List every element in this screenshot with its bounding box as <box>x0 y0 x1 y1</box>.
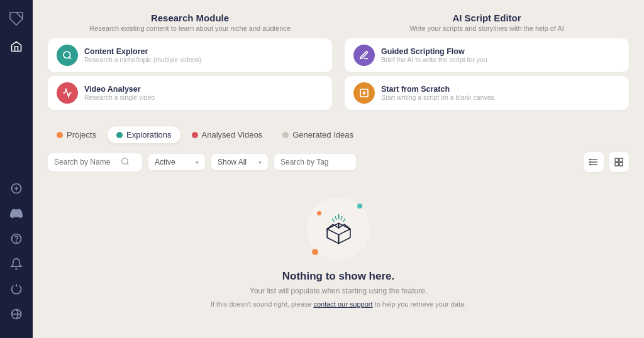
add-circle-icon[interactable] <box>5 177 28 200</box>
research-module-title: Research Module <box>48 13 332 23</box>
show-all-select[interactable]: Show All ▾ <box>211 154 268 170</box>
projects-dot <box>57 132 63 138</box>
empty-icon-container <box>307 197 370 260</box>
svg-rect-18 <box>619 158 623 161</box>
tab-explorations-label: Explorations <box>126 130 172 139</box>
tag-search-input[interactable] <box>280 158 343 166</box>
svg-point-9 <box>122 158 128 163</box>
discord-icon[interactable] <box>5 202 28 225</box>
modules-row: Research Module Research existing conten… <box>48 13 629 114</box>
home-icon[interactable] <box>5 35 28 58</box>
dot-teal <box>357 204 362 209</box>
search-name-box[interactable] <box>48 153 142 172</box>
start-scratch-title: Start from Scratch <box>381 85 494 94</box>
help-icon[interactable] <box>5 227 28 250</box>
power-icon[interactable] <box>5 278 28 300</box>
svg-line-23 <box>341 216 342 220</box>
svg-point-4 <box>16 241 17 242</box>
globe-icon[interactable] <box>5 303 28 325</box>
sidebar-nav-bottom <box>5 177 28 330</box>
tab-analysed-videos[interactable]: Analysed Videos <box>183 126 272 143</box>
bell-icon[interactable] <box>5 253 28 275</box>
guided-scripting-card[interactable]: Guided Scripting Flow Brief the AI to wr… <box>345 38 629 72</box>
search-name-icon <box>121 157 130 168</box>
video-analyser-icon <box>57 82 78 104</box>
active-label: Active <box>155 158 175 166</box>
dot-orange <box>312 249 318 255</box>
svg-rect-19 <box>615 163 618 166</box>
tab-generated-ideas-label: Generated Ideas <box>292 130 353 139</box>
content-explorer-card[interactable]: Content Explorer Research a niche/topic … <box>48 38 332 72</box>
empty-state: Nothing to show here. Your list will pop… <box>48 191 629 320</box>
explorations-dot <box>116 132 123 138</box>
ai-script-title: AI Script Editor <box>345 13 629 23</box>
tab-projects[interactable]: Projects <box>48 126 105 143</box>
research-module: Research Module Research existing conten… <box>48 13 332 114</box>
svg-point-15 <box>589 161 590 162</box>
ai-script-editor: AI Script Editor Write your scripts and … <box>345 13 629 114</box>
tab-explorations[interactable]: Explorations <box>108 126 180 143</box>
filter-row: Active ▾ Show All ▾ <box>48 152 629 172</box>
svg-point-6 <box>64 52 70 58</box>
active-select[interactable]: Active ▾ <box>148 154 205 170</box>
svg-line-22 <box>335 216 336 220</box>
svg-point-16 <box>589 164 590 165</box>
view-controls <box>584 152 629 172</box>
tab-analysed-videos-label: Analysed Videos <box>202 130 263 139</box>
guided-scripting-desc: Brief the AI to write the script for you <box>381 56 487 63</box>
support-text-before: If this doesn't sound right, please <box>211 300 314 308</box>
svg-line-24 <box>332 219 334 222</box>
ai-script-subtitle: Write your scripts and storylines with t… <box>345 25 629 32</box>
analysed-videos-dot <box>192 132 198 138</box>
svg-point-14 <box>589 159 590 160</box>
guided-scripting-icon <box>353 45 375 66</box>
svg-line-10 <box>127 163 129 165</box>
show-all-label: Show All <box>218 158 247 166</box>
start-scratch-desc: Start writing a script on a blank canvas <box>381 94 494 101</box>
start-scratch-icon <box>353 82 375 104</box>
content-explorer-desc: Research a niche/topic (multiple videos) <box>84 56 201 63</box>
sidebar-nav-top <box>5 35 28 58</box>
sidebar <box>0 0 33 338</box>
open-box-svg <box>321 212 356 246</box>
svg-rect-17 <box>615 158 618 161</box>
main-content: Research Module Research existing conten… <box>33 0 644 338</box>
video-analyser-title: Video Analyser <box>84 85 155 94</box>
grid-view-button[interactable] <box>609 152 629 172</box>
empty-title: Nothing to show here. <box>282 270 395 283</box>
guided-scripting-title: Guided Scripting Flow <box>381 47 487 56</box>
content-explorer-icon <box>57 45 78 66</box>
svg-rect-20 <box>619 163 623 166</box>
svg-line-7 <box>69 57 71 59</box>
research-module-subtitle: Research existing content to learn about… <box>48 25 332 32</box>
active-chevron: ▾ <box>196 159 199 166</box>
tab-projects-label: Projects <box>67 130 96 139</box>
start-scratch-card[interactable]: Start from Scratch Start writing a scrip… <box>345 76 629 110</box>
svg-line-25 <box>343 219 345 222</box>
contact-support-link[interactable]: contact our support <box>313 300 372 308</box>
video-analyser-card[interactable]: Video Analyser Research a single video <box>48 76 332 110</box>
support-text-after: to help you retrieve your data. <box>373 300 467 308</box>
video-analyser-desc: Research a single video <box>84 94 155 101</box>
dot-small-orange <box>317 211 321 215</box>
generated-ideas-dot <box>282 132 289 138</box>
logo[interactable] <box>5 8 28 30</box>
tabs-row: Projects Explorations Analysed Videos Ge… <box>48 126 629 143</box>
empty-subtitle: Your list will populate when starting us… <box>250 286 427 295</box>
list-view-button[interactable] <box>584 152 604 172</box>
empty-support: If this doesn't sound right, please cont… <box>211 300 466 308</box>
tab-generated-ideas[interactable]: Generated Ideas <box>274 126 362 143</box>
search-name-input[interactable] <box>54 158 117 166</box>
show-all-chevron: ▾ <box>258 159 262 166</box>
content-explorer-title: Content Explorer <box>84 47 201 56</box>
tag-search-box[interactable] <box>274 154 356 170</box>
